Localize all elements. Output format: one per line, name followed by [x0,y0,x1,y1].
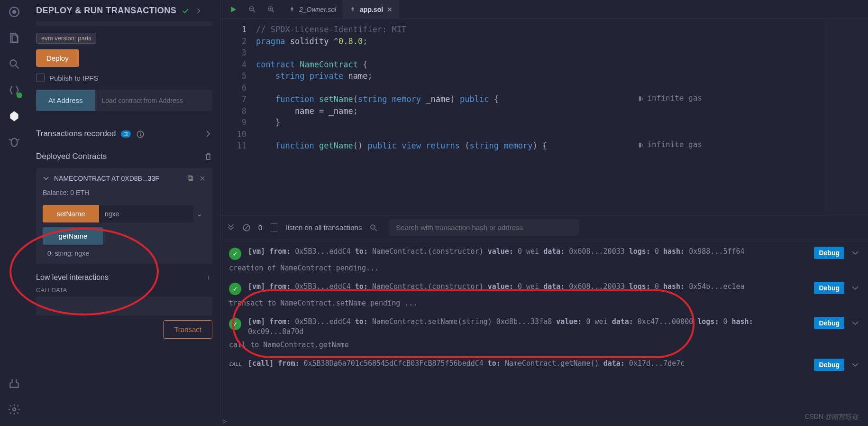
tab-label: 2_Owner.sol [299,6,336,13]
check-icon: ✓ [229,283,241,295]
terminal-search-input[interactable] [389,219,579,236]
terminal-prompt[interactable]: > [220,417,868,426]
deploy-button[interactable]: Deploy [36,49,79,67]
settings-icon[interactable] [7,402,21,417]
minimap[interactable] [825,19,868,215]
function-button-getName[interactable]: getName [43,227,103,245]
chevron-right-icon[interactable] [195,8,202,14]
svg-line-16 [253,10,255,12]
chevron-down-icon[interactable] [851,319,859,329]
log-text: [vm] from: 0x5B3...eddC4 to: NameContrac… [248,317,807,337]
collapse-icon[interactable] [227,224,235,232]
calldata-input[interactable] [36,296,212,315]
calldata-label: CALLDATA [36,287,212,294]
log-pending: creation of NameContract pending... [229,264,859,272]
terminal-body[interactable]: ✓[vm] from: 0x5B3...eddC4 to: NameContra… [220,240,868,417]
chevron-right-icon[interactable] [204,130,212,138]
code-line-8[interactable]: name = _name; [256,105,868,117]
debugger-icon[interactable] [7,135,21,149]
close-tab-icon[interactable]: ✕ [387,6,393,13]
code-line-11[interactable]: function getName() public view returns (… [256,140,868,152]
code-line-3[interactable] [256,47,868,59]
tab-label: app.sol [360,6,383,13]
watermark: CSDN @南宫遐迩 [804,413,859,421]
plugin-icon[interactable] [7,376,21,390]
chevron-down-icon[interactable] [851,284,859,294]
terminal-toolbar: 0 listen on all transactions [220,215,868,240]
code-line-6[interactable] [256,82,868,94]
zoom-out-icon[interactable] [248,5,256,14]
listen-checkbox[interactable] [270,223,278,232]
tab-2_Owner-sol[interactable]: 2_Owner.sol [282,0,343,19]
code-area[interactable]: // SPDX-License-Identifier: MITpragma so… [256,19,868,215]
chevron-down-icon[interactable] [43,175,49,182]
listen-label: listen on all transactions [286,223,362,232]
transact-button[interactable]: Transact [163,320,212,339]
copy-icon[interactable] [187,175,194,182]
chevron-down-icon[interactable]: ⌄ [193,209,206,218]
at-address-button[interactable]: At Address [36,90,95,111]
chevron-down-icon[interactable] [851,249,859,259]
log-entry[interactable]: CALL[call] from: 0x5B38Da6a701c568545dCf… [229,359,859,371]
svg-point-2 [10,60,16,66]
call-badge: CALL [229,361,241,367]
debug-button[interactable]: Debug [814,247,844,259]
deployed-contracts-label: Deployed Contracts [36,152,107,161]
close-icon[interactable] [199,175,206,182]
publish-ipfs-label: Publish to IPFS [49,74,98,82]
debug-button[interactable]: Debug [814,317,844,329]
remix-logo-icon[interactable] [7,5,21,19]
files-icon[interactable] [7,31,21,45]
log-text: [vm] from: 0x5B3...eddC4 to: NameContrac… [248,282,807,292]
zoom-in-icon[interactable] [267,5,275,14]
tab-app-sol[interactable]: app.sol✕ [343,0,399,19]
code-line-2[interactable]: pragma solidity ^0.8.0; [256,36,868,47]
tx-recorded-row[interactable]: Transactions recorded 3 [36,122,212,145]
log-pending: call to NameContract.getName [229,341,859,349]
svg-line-3 [16,65,19,69]
search-icon[interactable] [7,57,21,71]
check-icon [181,7,190,15]
panel-title: DEPLOY & RUN TRANSACTIONS [28,0,220,21]
code-line-7[interactable]: function setName(string memory _name) pu… [256,93,868,105]
code-line-4[interactable]: contract NameContract { [256,59,868,71]
check-icon: ✓ [229,318,241,330]
compiler-icon[interactable] [7,83,21,97]
svg-point-7 [13,408,16,411]
function-button-setName[interactable]: setName [43,205,99,222]
log-text: [vm] from: 0x5B3...eddC4 to: NameContrac… [248,247,807,257]
svg-point-4 [11,138,18,146]
log-entry[interactable]: ✓[vm] from: 0x5B3...eddC4 to: NameContra… [229,317,859,337]
solidity-icon [349,6,356,13]
trash-icon[interactable] [204,152,212,161]
pending-count: 0 [258,223,262,232]
log-entry[interactable]: ✓[vm] from: 0x5B3...eddC4 to: NameContra… [229,282,859,295]
code-line-9[interactable]: } [256,117,868,129]
info-icon[interactable] [136,130,145,139]
contract-instance: NAMECONTRACT AT 0XD8B...33F Balance: 0 E… [36,168,212,264]
code-line-1[interactable]: // SPDX-License-Identifier: MIT [256,24,868,36]
debug-button[interactable]: Debug [814,359,844,371]
chevron-down-icon[interactable] [851,361,859,371]
code-editor[interactable]: 1234567891011 // SPDX-License-Identifier… [220,19,868,215]
log-entry[interactable]: ✓[vm] from: 0x5B3...eddC4 to: NameContra… [229,247,859,260]
svg-point-10 [140,132,141,133]
function-input-setName[interactable] [99,205,193,222]
terminal: 0 listen on all transactions ✓[vm] from:… [220,215,868,426]
svg-line-5 [9,139,11,140]
publish-ipfs-checkbox[interactable] [36,74,45,82]
deployed-contracts-row: Deployed Contracts [36,145,212,168]
code-line-10[interactable] [256,129,868,140]
at-address-input[interactable] [95,90,212,111]
debug-button[interactable]: Debug [814,282,844,294]
svg-rect-12 [188,176,192,180]
search-icon[interactable] [369,223,378,232]
info-icon[interactable]: i [205,274,212,281]
play-icon[interactable] [229,5,238,14]
deploy-panel: DEPLOY & RUN TRANSACTIONS evm version: p… [28,0,220,426]
code-line-5[interactable]: string private name; [256,70,868,82]
contract-name: NAMECONTRACT AT 0XD8B...33F [54,175,182,182]
deploy-icon[interactable] [7,109,21,123]
ban-icon[interactable] [242,223,251,232]
svg-line-6 [18,139,19,140]
